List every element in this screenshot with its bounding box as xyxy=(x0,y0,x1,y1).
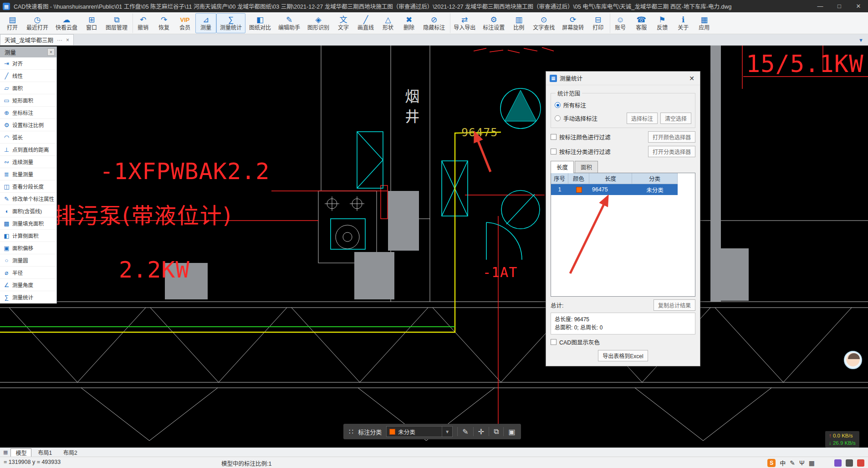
window-button[interactable]: ⊞ 窗口 xyxy=(81,13,102,33)
edit-assistant-button[interactable]: ✎ 编辑助手 xyxy=(275,13,304,33)
measure-button[interactable]: ⊿ 测量 xyxy=(195,13,216,33)
shapes-button[interactable]: △ 形状 xyxy=(378,13,398,33)
row-category: 未分类 xyxy=(632,184,678,195)
radio-all-annotations[interactable] xyxy=(555,102,561,108)
undo-button[interactable]: ↶ 撤销 xyxy=(133,13,153,33)
sidebar-item-segment-length[interactable]: ◫ 查看分段长度 xyxy=(0,180,56,193)
sidebar-item-align[interactable]: ⇥ 对齐 xyxy=(0,57,56,70)
about-button[interactable]: ℹ 关于 xyxy=(673,13,694,33)
filter-by-category-checkbox[interactable] xyxy=(551,149,557,154)
tab-area[interactable]: 面积 xyxy=(575,161,598,173)
move-annotation-icon[interactable]: ✛ xyxy=(478,427,484,436)
sidebar-item-arc-length[interactable]: ◠ 弧长 xyxy=(0,131,56,144)
statusbar: = 1319908 y = 493933 模型中的标注比例:1 S 中 ✎ Ψ … xyxy=(0,457,868,468)
paste-annotation-icon[interactable]: ▣ xyxy=(508,427,515,436)
select-annotations-button[interactable]: 选择标注 xyxy=(627,113,658,124)
vip-member-button[interactable]: VIP 会员 xyxy=(174,13,195,33)
sidebar-item-fill-area[interactable]: ▩ 测量填充面积 xyxy=(0,217,56,230)
shape-recognition-button[interactable]: ◈ 图形识别 xyxy=(304,13,333,33)
hide-annotations-button[interactable]: ⊘ 隐藏标注 xyxy=(419,13,449,33)
sogou-input-icon[interactable]: S xyxy=(767,459,776,467)
sidebar-item-area-with-arc[interactable]: ◖ 面积(含弧线) xyxy=(0,205,56,217)
draw-line-button[interactable]: ╱ 画直线 xyxy=(354,13,378,33)
cad-canvas[interactable]: -1XFPWBAK2.2 排污泵(带液位计) 2.2KW 96475 烟井 15… xyxy=(0,46,868,447)
drawing-compare-button[interactable]: ◧ 图纸对比 xyxy=(245,13,275,33)
sidebar-item-area-offset[interactable]: ▣ 面积偏移 xyxy=(0,242,56,254)
sidebar-item-rect-area[interactable]: ▭ 矩形面积 xyxy=(0,94,56,107)
keyboard-icon[interactable]: ▦ xyxy=(809,459,815,467)
sidebar-item-side-area[interactable]: ◧ 计算侧面积 xyxy=(0,230,56,242)
feedback-button[interactable]: ⚑ 反馈 xyxy=(652,13,673,33)
tray-color-icon[interactable] xyxy=(834,459,842,467)
text-button[interactable]: 文 文字 xyxy=(333,13,354,33)
maximize-button[interactable]: □ xyxy=(830,0,849,12)
pen-icon[interactable]: ✎ xyxy=(790,459,795,467)
sidebar-item-measure-angle[interactable]: ∠ 测量角度 xyxy=(0,279,56,291)
microphone-icon[interactable]: Ψ xyxy=(799,459,805,467)
copy-annotation-icon[interactable]: ⧉ xyxy=(494,427,499,436)
tab-length[interactable]: 长度 xyxy=(551,161,574,173)
shapes-icon: △ xyxy=(385,15,391,24)
sidebar-item-point-line-distance[interactable]: ⊥ 点到直线的距离 xyxy=(0,144,56,156)
filter-by-color-checkbox[interactable] xyxy=(551,134,557,140)
assistant-avatar[interactable] xyxy=(844,351,862,369)
minimize-button[interactable]: — xyxy=(811,0,830,12)
apps-button[interactable]: ▦ 应用 xyxy=(694,13,715,33)
sidebar-item-radius[interactable]: ⌀ 半径 xyxy=(0,267,56,279)
sidebar-item-edit-annotation[interactable]: ✎ 修改单个标注属性 xyxy=(0,193,56,205)
vip-icon: VIP xyxy=(180,15,190,24)
radio-manual-select[interactable] xyxy=(555,115,561,121)
annotation-category-label: 标注分类 xyxy=(358,427,382,436)
panel-close-button[interactable]: × xyxy=(47,48,55,56)
customer-service-button[interactable]: ☎ 客服 xyxy=(631,13,652,33)
sidebar-item-batch-measure[interactable]: ≣ 批量测量 xyxy=(0,168,56,180)
print-button[interactable]: ⊟ 打印 xyxy=(587,13,608,33)
screen-rotate-button[interactable]: ⟳ 屏幕旋转 xyxy=(558,13,587,33)
tab-layout2[interactable]: 布局2 xyxy=(58,448,82,457)
cloud-drive-button[interactable]: ☁ 快看云盘 xyxy=(52,13,81,33)
col-header-index: 序号 xyxy=(551,173,568,184)
cad-gray-checkbox[interactable] xyxy=(551,339,557,345)
edit-annotation-icon[interactable]: ✎ xyxy=(462,427,468,436)
tab-layout1[interactable]: 布局1 xyxy=(33,448,57,457)
tab-close-icon[interactable]: × xyxy=(66,37,69,43)
cad-label-power2: 15/5.1KW xyxy=(746,51,863,77)
layer-manager-button[interactable]: ⧉ 图层管理 xyxy=(102,13,131,33)
align-icon: ⇥ xyxy=(3,60,10,67)
copy-total-button[interactable]: 复制总计结果 xyxy=(654,299,695,311)
measure-panel-title: 测量 xyxy=(5,48,16,57)
sidebar-item-measure-circle[interactable]: ○ 测量圆 xyxy=(0,254,56,267)
open-color-picker-button[interactable]: 打开颜色选择器 xyxy=(648,131,695,143)
line-icon: ╱ xyxy=(363,15,368,24)
category-dropdown[interactable]: 未分类 ▼ xyxy=(386,426,453,437)
tab-more-icon[interactable]: ··· xyxy=(57,37,62,43)
import-export-button[interactable]: ⇄ 导入导出 xyxy=(450,13,479,33)
sidebar-item-area[interactable]: ▱ 面积 xyxy=(0,82,56,94)
input-language-indicator[interactable]: 中 xyxy=(780,458,786,467)
tray-badge-icon[interactable] xyxy=(857,459,864,467)
sidebar-item-coordinate[interactable]: ⊕ 坐标标注 xyxy=(0,107,56,119)
sidebar-item-linear[interactable]: ╱ 线性 xyxy=(0,70,56,82)
text-search-button[interactable]: ⊙ 文字查找 xyxy=(529,13,558,33)
dialog-close-icon[interactable]: ✕ xyxy=(687,75,696,82)
table-row[interactable]: 1 96475 未分类 xyxy=(551,184,678,195)
sidebar-item-annotation-scale[interactable]: ⚙ 设置标注比例 xyxy=(0,119,56,131)
account-button[interactable]: ☺ 账号 xyxy=(610,13,631,33)
export-excel-button[interactable]: 导出表格到Excel xyxy=(598,350,648,361)
delete-button[interactable]: ✖ 删除 xyxy=(398,13,419,33)
close-button[interactable]: ✕ xyxy=(849,0,868,12)
open-category-picker-button[interactable]: 打开分类选择器 xyxy=(648,146,695,157)
toolbar-collapse-icon[interactable]: ▼ xyxy=(854,37,868,45)
tray-grid-icon[interactable] xyxy=(846,459,853,467)
redo-button[interactable]: ↷ 恢复 xyxy=(153,13,174,33)
recent-open-button[interactable]: ◷ 最近打开 xyxy=(23,13,52,33)
open-button[interactable]: ▤ 打开 xyxy=(2,13,23,33)
sidebar-item-measure-stats[interactable]: ∑ 测量统计 xyxy=(0,291,56,303)
scale-button[interactable]: ▥ 比例 xyxy=(508,13,529,33)
tab-model[interactable]: 模型 xyxy=(10,448,31,457)
clear-selection-button[interactable]: 清空选择 xyxy=(660,113,691,124)
measure-stats-button[interactable]: ∑ 测量统计 xyxy=(216,13,245,33)
document-tab[interactable]: 天诚_龙域华都三期 ··· × xyxy=(0,34,74,45)
annotation-settings-button[interactable]: ⚙ 标注设置 xyxy=(479,13,508,33)
sidebar-item-continuous-measure[interactable]: ∾ 连续测量 xyxy=(0,156,56,168)
